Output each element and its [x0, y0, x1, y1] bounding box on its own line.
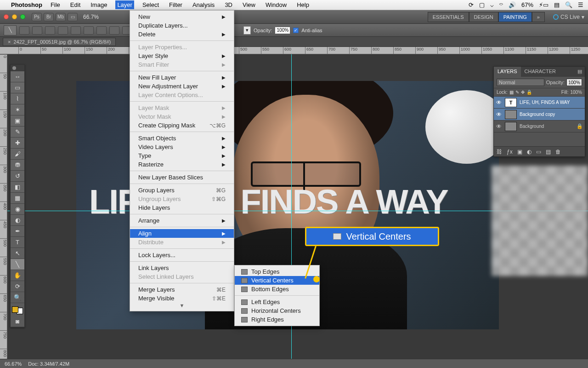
opt-icon-4[interactable]: [58, 26, 68, 34]
trash-icon[interactable]: 🗑: [555, 149, 561, 155]
move-tool-icon[interactable]: ↔: [11, 71, 24, 82]
zoom-tool-icon[interactable]: 🔍: [11, 292, 24, 303]
menu-edit[interactable]: Edit: [68, 0, 82, 9]
layers-opacity-field[interactable]: 100%: [566, 79, 582, 86]
opt-icon-8[interactable]: [109, 26, 119, 34]
workspace-design[interactable]: DESIGN: [469, 12, 498, 22]
submenu-item[interactable]: Right Edges: [235, 315, 319, 324]
brush-tool-icon[interactable]: 🖌: [11, 149, 24, 160]
fx-icon[interactable]: ƒx: [507, 149, 513, 155]
cs-live[interactable]: CS Live▾: [553, 14, 584, 20]
menu-item[interactable]: Layer Style▶: [130, 52, 234, 60]
visibility-icon[interactable]: 👁: [496, 123, 502, 130]
menu-file[interactable]: File: [49, 0, 62, 9]
wifi-icon[interactable]: ⌔: [499, 1, 503, 8]
dodge-tool-icon[interactable]: ◐: [11, 215, 24, 226]
link-layers-icon[interactable]: ⛓: [497, 149, 502, 155]
minimize-icon[interactable]: [12, 14, 17, 19]
zoom-icon[interactable]: [20, 14, 25, 19]
menu-item[interactable]: Merge Layers⌘E: [130, 285, 234, 294]
blend-mode-dropdown[interactable]: Normal: [497, 79, 544, 86]
menu-layer[interactable]: Layer: [115, 0, 134, 9]
menu-select[interactable]: Select: [141, 0, 161, 9]
menu-3d[interactable]: 3D: [223, 0, 234, 9]
bluetooth-icon[interactable]: ⌵: [490, 1, 494, 8]
menu-item[interactable]: Duplicate Layers...: [130, 21, 234, 30]
history-icon[interactable]: ▭: [68, 13, 78, 21]
lock-transp-icon[interactable]: ▦: [509, 90, 514, 95]
hand-tool-icon[interactable]: ✋: [11, 270, 24, 281]
menu-item[interactable]: New Adjustment Layer▶: [130, 82, 234, 91]
tab-close-icon[interactable]: ×: [8, 39, 11, 45]
color-swatch[interactable]: [11, 303, 24, 316]
spotlight-icon[interactable]: 🔍: [565, 1, 572, 8]
heal-tool-icon[interactable]: ✚: [11, 138, 24, 149]
workspace-more-icon[interactable]: »: [532, 12, 545, 22]
menu-item[interactable]: New Fill Layer▶: [130, 73, 234, 82]
menu-item[interactable]: Merge Visible⇧⌘E: [130, 294, 234, 303]
menu-item[interactable]: Delete▶: [130, 30, 234, 39]
blend-mode-select[interactable]: ▾: [243, 26, 251, 34]
eyedropper-tool-icon[interactable]: ✎: [11, 126, 24, 138]
submenu-item[interactable]: Horizontal Centers: [235, 306, 319, 315]
status-zoom[interactable]: 66.67%: [5, 361, 22, 367]
menu-help[interactable]: Help: [295, 0, 311, 9]
visibility-icon[interactable]: 👁: [496, 111, 502, 118]
menu-more-icon[interactable]: ▼: [130, 303, 234, 309]
eraser-tool-icon[interactable]: ◧: [11, 182, 24, 193]
quickmask-icon[interactable]: ◙: [11, 316, 24, 327]
crop-tool-icon[interactable]: ▣: [11, 115, 24, 126]
path-tool-icon[interactable]: ↖: [11, 248, 24, 259]
tool-preset-icon[interactable]: ╲: [4, 25, 17, 35]
lock-all-icon[interactable]: 🔒: [526, 90, 532, 95]
rotate-tool-icon[interactable]: ⟳: [11, 281, 24, 292]
opacity-field[interactable]: 100%: [275, 27, 290, 34]
history-brush-tool-icon[interactable]: ↺: [11, 171, 24, 182]
menu-extras-icon[interactable]: ☰: [578, 1, 583, 8]
workspace-painting[interactable]: PAINTING: [498, 12, 532, 22]
status-doc[interactable]: Doc: 3.34M/7.42M: [28, 361, 69, 367]
adjustment-icon[interactable]: ◐: [527, 149, 531, 155]
group-icon[interactable]: ▭: [536, 149, 541, 155]
minibridge-icon[interactable]: Mb: [56, 13, 66, 21]
fill-field[interactable]: 100%: [570, 90, 582, 95]
close-icon[interactable]: [4, 14, 9, 19]
menu-item[interactable]: Create Clipping Mask⌥⌘G: [130, 121, 234, 130]
opt-icon-5[interactable]: [71, 26, 81, 34]
line-tool-icon[interactable]: ╲: [11, 259, 24, 270]
volume-icon[interactable]: 🔊: [509, 1, 516, 8]
menu-item[interactable]: Hide Layers: [130, 203, 234, 212]
lock-pos-icon[interactable]: ✥: [521, 90, 525, 95]
menu-item[interactable]: Type▶: [130, 151, 234, 160]
opt-icon-3[interactable]: [45, 26, 55, 34]
menu-window[interactable]: Window: [264, 0, 288, 9]
menu-item[interactable]: Video Layers▶: [130, 143, 234, 151]
menu-item[interactable]: Rasterize▶: [130, 160, 234, 169]
type-tool-icon[interactable]: T: [11, 237, 24, 248]
panel-menu-icon[interactable]: ▤: [575, 67, 585, 77]
bridge-icon[interactable]: Br: [44, 13, 54, 21]
sync-icon[interactable]: ⟳: [469, 1, 474, 8]
battery-icon[interactable]: ⚡︎▭: [539, 1, 548, 8]
layer-name[interactable]: Background copy: [520, 112, 583, 117]
lock-pixels-icon[interactable]: ✎: [515, 90, 519, 95]
opt-icon-1[interactable]: [19, 26, 29, 34]
menu-item[interactable]: Arrange▶: [130, 216, 234, 225]
airplay-icon[interactable]: ▢: [479, 1, 485, 8]
stamp-tool-icon[interactable]: ⛃: [11, 160, 24, 171]
gradient-tool-icon[interactable]: ▦: [11, 193, 24, 204]
opt-icon-2[interactable]: [32, 26, 42, 34]
menu-item[interactable]: Group Layers⌘G: [130, 186, 234, 195]
layer-name[interactable]: Background: [520, 124, 574, 129]
layer-name[interactable]: LIFE, UH, FINDS A WAY: [520, 100, 583, 105]
tab-layers[interactable]: LAYERS: [494, 67, 521, 77]
submenu-item[interactable]: Left Edges: [235, 298, 319, 306]
layer-row[interactable]: 👁Background🔒: [494, 121, 585, 132]
submenu-item[interactable]: Bottom Edges: [235, 285, 319, 293]
wand-tool-icon[interactable]: ✶: [11, 104, 24, 115]
date-icon[interactable]: ▤: [554, 1, 560, 8]
tab-character[interactable]: CHARACTER: [521, 67, 560, 77]
menu-item[interactable]: New▶: [130, 12, 234, 21]
document-tab[interactable]: × 2422_FPT_00051R.jpg @ 66.7% (RGB/8#): [3, 38, 116, 46]
menu-item[interactable]: Link Layers: [130, 264, 234, 272]
